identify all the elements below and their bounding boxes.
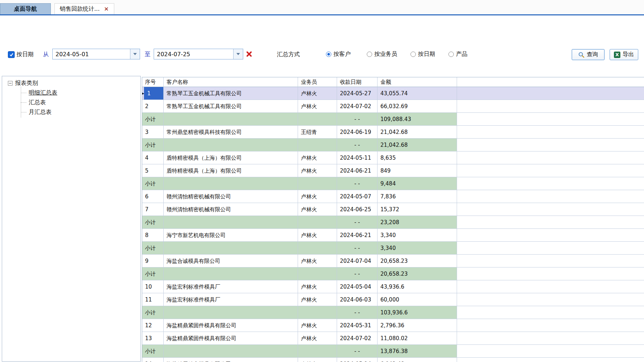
table-row[interactable]: 3常州鼎坚精密模具科技有限公司王绍青2024-06-1921,042.68 bbox=[142, 126, 644, 139]
cell-salesperson[interactable]: 卢林火 bbox=[298, 280, 337, 293]
cell-filler[interactable] bbox=[457, 113, 644, 126]
cell-subtotal-label[interactable]: 小计 bbox=[142, 216, 164, 229]
cell-customer[interactable] bbox=[164, 216, 298, 229]
subtotal-row[interactable]: 小计- -20,658.23 bbox=[142, 267, 644, 280]
cell-date[interactable]: 2024-05-27 bbox=[337, 87, 378, 100]
header-salesperson[interactable]: 业务员 bbox=[298, 77, 337, 87]
tree-item-monthly-summary[interactable]: 月汇总表 bbox=[21, 107, 140, 117]
cell-no[interactable]: 1 bbox=[142, 87, 164, 100]
cell-date[interactable]: 2024-06-21 bbox=[337, 164, 378, 177]
cell-subtotal-label[interactable]: 小计 bbox=[142, 267, 164, 280]
cell-date[interactable]: 2024-07-02 bbox=[337, 100, 378, 113]
cell-no[interactable]: 13 bbox=[142, 332, 164, 345]
cell-filler[interactable] bbox=[457, 190, 644, 203]
cell-salesperson[interactable]: 卢林火 bbox=[298, 203, 337, 216]
subtotal-row[interactable]: 小计- -9,484 bbox=[142, 177, 644, 190]
radio-by-customer[interactable]: 按客户 bbox=[326, 50, 351, 58]
cell-amount[interactable]: 15,372 bbox=[378, 203, 457, 216]
table-row[interactable]: 7赣州清怡精密机械有限公司卢林火2024-06-2515,372 bbox=[142, 203, 644, 216]
cell-salesperson[interactable]: 卢林火 bbox=[298, 151, 337, 164]
cell-filler[interactable] bbox=[457, 139, 644, 151]
cell-customer[interactable]: 常熟琴工五金机械工具有限公司 bbox=[164, 87, 298, 100]
cell-filler[interactable] bbox=[457, 87, 644, 100]
cell-amount[interactable]: 66,032.69 bbox=[378, 100, 457, 113]
by-date-checkbox[interactable] bbox=[8, 51, 15, 58]
cell-customer[interactable] bbox=[164, 242, 298, 255]
cell-filler[interactable] bbox=[457, 319, 644, 332]
cell-customer[interactable]: 赣州清怡精密机械有限公司 bbox=[164, 190, 298, 203]
cell-amount[interactable]: 20,658.23 bbox=[378, 267, 457, 280]
subtotal-row[interactable]: 小计- -21,042.68 bbox=[142, 139, 644, 151]
cell-no[interactable]: 8 bbox=[142, 229, 164, 242]
cell-date[interactable]: 2024-05-11 bbox=[337, 151, 378, 164]
cell-salesperson[interactable]: 王绍青 bbox=[298, 126, 337, 139]
subtotal-row[interactable]: 小计- -23,208 bbox=[142, 216, 644, 229]
cell-salesperson[interactable] bbox=[298, 113, 337, 126]
cell-salesperson[interactable]: 卢林火 bbox=[298, 319, 337, 332]
cell-amount[interactable]: 3,340 bbox=[378, 229, 457, 242]
cell-salesperson[interactable]: 卢林火 bbox=[298, 255, 337, 267]
table-row[interactable]: 10海盐宏利标准件模具厂卢林火2024-05-0443,936.6 bbox=[142, 280, 644, 293]
cell-date[interactable]: - - bbox=[337, 139, 378, 151]
header-date[interactable]: 收款日期 bbox=[337, 77, 378, 87]
cell-no[interactable]: 3 bbox=[142, 126, 164, 139]
table-row[interactable]: 1常熟琴工五金机械工具有限公司卢林火2024-05-2743,055.74▶ bbox=[142, 87, 644, 100]
radio-by-salesperson[interactable]: 按业务员 bbox=[367, 50, 397, 58]
cell-customer[interactable]: 海盐精鼎紧固件模具有限公司 bbox=[164, 319, 298, 332]
cell-salesperson[interactable] bbox=[298, 139, 337, 151]
cell-date[interactable]: - - bbox=[337, 306, 378, 319]
cell-salesperson[interactable] bbox=[298, 242, 337, 255]
cell-amount[interactable]: 6,042.48 bbox=[378, 358, 457, 362]
cell-date[interactable]: 2024-05-07 bbox=[337, 190, 378, 203]
cell-filler[interactable] bbox=[457, 306, 644, 319]
cell-customer[interactable]: 常熟琴工五金机械工具有限公司 bbox=[164, 100, 298, 113]
cell-date[interactable]: 2024-05-31 bbox=[337, 319, 378, 332]
cell-amount[interactable]: 8,635 bbox=[378, 151, 457, 164]
cell-salesperson[interactable]: 卢林火 bbox=[298, 358, 337, 362]
query-button[interactable]: 查询 bbox=[572, 49, 605, 60]
cell-salesperson[interactable] bbox=[298, 216, 337, 229]
cell-no[interactable]: 12 bbox=[142, 319, 164, 332]
cell-amount[interactable]: 2,796.36 bbox=[378, 319, 457, 332]
cell-filler[interactable] bbox=[457, 255, 644, 267]
cell-date[interactable]: 2024-07-04 bbox=[337, 255, 378, 267]
cell-filler[interactable] bbox=[457, 216, 644, 229]
table-row[interactable]: 12海盐精鼎紧固件模具有限公司卢林火2024-05-312,796.36 bbox=[142, 319, 644, 332]
cell-salesperson[interactable] bbox=[298, 345, 337, 358]
cell-customer[interactable]: 海宁市新艺机电有限公司 bbox=[164, 229, 298, 242]
table-row[interactable]: 9海盐合诚模具有限公司卢林火2024-07-0420,658.23 bbox=[142, 255, 644, 267]
cell-customer[interactable] bbox=[164, 177, 298, 190]
cell-customer[interactable] bbox=[164, 113, 298, 126]
header-no[interactable]: 序号 bbox=[142, 77, 164, 87]
subtotal-row[interactable]: 小计- -109,088.43 bbox=[142, 113, 644, 126]
cell-filler[interactable] bbox=[457, 229, 644, 242]
cell-amount[interactable]: 109,088.43 bbox=[378, 113, 457, 126]
cell-salesperson[interactable]: 卢林火 bbox=[298, 190, 337, 203]
cell-filler[interactable] bbox=[457, 100, 644, 113]
header-customer[interactable]: 客户名称 bbox=[164, 77, 298, 87]
table-row[interactable]: 11海盐宏利标准件模具厂卢林火2024-06-0360,000 bbox=[142, 293, 644, 306]
cell-customer[interactable]: 盾特精密模具（上海）有限公司 bbox=[164, 151, 298, 164]
cell-date[interactable]: 2024-06-03 bbox=[337, 293, 378, 306]
cell-customer[interactable]: 海盐宏利标准件模具厂 bbox=[164, 293, 298, 306]
cell-date[interactable]: - - bbox=[337, 345, 378, 358]
table-row[interactable]: 8海宁市新艺机电有限公司卢林火2024-06-213,340 bbox=[142, 229, 644, 242]
cell-amount[interactable]: 9,484 bbox=[378, 177, 457, 190]
cell-filler[interactable] bbox=[457, 358, 644, 362]
cell-amount[interactable]: 20,658.23 bbox=[378, 255, 457, 267]
cell-salesperson[interactable]: 卢林火 bbox=[298, 229, 337, 242]
cell-customer[interactable] bbox=[164, 345, 298, 358]
to-date-dropdown-button[interactable] bbox=[233, 49, 243, 59]
cell-customer[interactable]: 海盐合诚模具有限公司 bbox=[164, 255, 298, 267]
cell-filler[interactable] bbox=[457, 267, 644, 280]
from-date-dropdown-button[interactable] bbox=[130, 49, 140, 59]
cell-date[interactable]: 2024-06-21 bbox=[337, 229, 378, 242]
tree-root-report-category[interactable]: 报表类别 bbox=[2, 76, 140, 87]
cell-customer[interactable]: 海盐精展精密模具有限公司 bbox=[164, 358, 298, 362]
cell-no[interactable]: 5 bbox=[142, 164, 164, 177]
cell-no[interactable]: 14 bbox=[142, 358, 164, 362]
cell-amount[interactable]: 60,000 bbox=[378, 293, 457, 306]
cell-date[interactable]: - - bbox=[337, 113, 378, 126]
cell-date[interactable]: 2024-07-02 bbox=[337, 332, 378, 345]
cell-customer[interactable]: 海盐宏利标准件模具厂 bbox=[164, 280, 298, 293]
